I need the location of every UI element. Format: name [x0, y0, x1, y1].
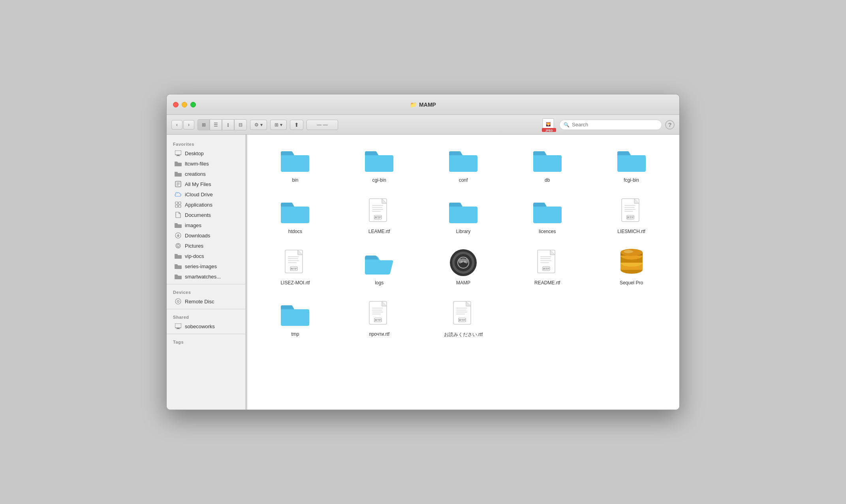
svg-rect-92	[372, 310, 382, 310]
file-label-leame: LEAME.rtf	[368, 229, 390, 234]
favorites-label: Favorites	[167, 139, 245, 148]
svg-rect-75	[540, 260, 551, 261]
sidebar-item-creations[interactable]: creations	[168, 169, 244, 179]
file-item-sequel-pro[interactable]: Sequel Pro	[591, 245, 671, 289]
file-item-oyomikudasai[interactable]: RTF お読みください.rtf	[423, 297, 504, 341]
sidebar-item-applications[interactable]: Applications	[168, 199, 244, 210]
sidebar-item-desktop[interactable]: Desktop	[168, 148, 244, 158]
sidebar-item-ltcwm-files[interactable]: ltcwm-files	[168, 158, 244, 169]
svg-text:RTF: RTF	[543, 267, 549, 271]
view-cover-button[interactable]: ⊟	[235, 120, 246, 130]
file-label-logs: logs	[375, 280, 384, 286]
forward-button[interactable]: ›	[183, 120, 194, 130]
file-label-licences: licences	[539, 229, 556, 234]
view-icon-button[interactable]: ⊞	[198, 120, 210, 130]
arrange-button[interactable]: ⊞ ▾	[270, 120, 287, 130]
sidebar-item-downloads[interactable]: Downloads	[168, 230, 244, 241]
svg-text:RTF: RTF	[291, 267, 297, 271]
sidebar-item-sobecoworks[interactable]: sobecoworks	[168, 321, 244, 331]
file-item-logs[interactable]: logs	[339, 245, 419, 289]
sidebar-item-pictures[interactable]: Pictures	[168, 241, 244, 251]
sidebar-item-images[interactable]: images	[168, 220, 244, 230]
file-item-conf[interactable]: conf	[423, 143, 504, 186]
path-button[interactable]: — —	[306, 120, 338, 130]
help-button[interactable]: ?	[665, 120, 675, 130]
grid-icon: ⊞	[202, 122, 206, 128]
applications-icon	[175, 201, 182, 208]
view-column-button[interactable]: ⫿	[222, 120, 234, 130]
view-buttons: ⊞ ☰ ⫿ ⊟	[197, 119, 247, 130]
main-content: Favorites Desktop ltcwm-files	[167, 135, 679, 410]
file-item-readme[interactable]: RTF README.rtf	[507, 245, 587, 289]
file-label-sequel-pro: Sequel Pro	[620, 280, 643, 286]
svg-rect-93	[372, 312, 383, 312]
folder-icon-vip	[175, 252, 182, 260]
sidebar-item-remote-disc[interactable]: Remote Disc	[168, 296, 244, 307]
share-button[interactable]: ⬆	[290, 120, 303, 130]
sidebar-divider-1	[167, 284, 245, 284]
file-label-cgi-bin: cgi-bin	[372, 177, 386, 183]
file-item-htdocs[interactable]: htdocs	[255, 194, 335, 237]
file-item-tmp[interactable]: tmp	[255, 297, 335, 341]
svg-rect-41	[624, 205, 635, 206]
sidebar-item-label-vip-docs: vip-docs	[185, 253, 204, 259]
search-input[interactable]	[572, 122, 658, 128]
close-button[interactable]	[173, 102, 179, 107]
sidebar-item-icloud[interactable]: iCloud Drive	[168, 189, 244, 199]
file-item-lisez-moi[interactable]: RTF LISEZ-MOI.rtf	[255, 245, 335, 289]
file-item-liesmich-rtf[interactable]: RTF LIESMICH.rtf	[591, 194, 671, 237]
desktop-icon	[175, 150, 182, 157]
sidebar-item-all-my-files[interactable]: All My Files	[168, 179, 244, 189]
svg-text:JPEG: JPEG	[545, 129, 553, 132]
file-label-library: Library	[456, 229, 471, 234]
action-button[interactable]: ⚙ ▾	[250, 120, 267, 130]
sidebar-item-vip-docs[interactable]: vip-docs	[168, 251, 244, 261]
arrange-icon: ⊞	[274, 122, 278, 128]
folder-icon-title: 📁	[410, 102, 417, 108]
folder-icon-logs	[363, 248, 395, 277]
file-item-mamp[interactable]: MAMP	[423, 245, 504, 289]
file-area: bin cgi-bin	[247, 135, 679, 410]
file-item-licences[interactable]: licences	[507, 194, 587, 237]
folder-icon-fcgi-bin	[616, 146, 647, 174]
sidebar-item-smartwatches[interactable]: smartwatches...	[168, 271, 244, 282]
maximize-button[interactable]	[190, 102, 196, 107]
file-label-fcgi-bin: fcgi-bin	[624, 177, 639, 183]
search-box[interactable]: 🔍	[559, 120, 662, 130]
svg-point-64	[465, 259, 468, 263]
svg-point-23	[177, 301, 179, 303]
file-item-bin[interactable]: bin	[255, 143, 335, 186]
svg-point-22	[175, 299, 181, 304]
svg-rect-104	[456, 314, 465, 314]
coverflow-icon: ⊟	[239, 122, 243, 128]
rtf-icon-liesmich: RTF	[616, 197, 647, 226]
minimize-button[interactable]	[182, 102, 187, 107]
svg-text:RTF: RTF	[627, 216, 634, 219]
file-item-cgi-bin[interactable]: cgi-bin	[339, 143, 419, 186]
svg-rect-33	[372, 209, 383, 210]
titlebar: 📁 MAMP	[167, 94, 679, 115]
folder-icon-tmp	[279, 300, 311, 328]
view-list-button[interactable]: ☰	[210, 120, 222, 130]
folder-icon-licences	[532, 197, 563, 226]
file-item-library[interactable]: Library	[423, 194, 504, 237]
svg-rect-32	[372, 207, 382, 208]
sidebar-item-series-images[interactable]: series-images	[168, 261, 244, 271]
list-icon: ☰	[214, 122, 218, 128]
search-icon: 🔍	[564, 122, 570, 128]
file-item-leame-rtf[interactable]: RTF LEAME.rtf	[339, 194, 419, 237]
folder-icon-bin	[279, 146, 311, 174]
back-button[interactable]: ‹	[171, 120, 182, 130]
jpeg-icon[interactable]: JPEG 🌄	[542, 118, 556, 132]
file-item-fcgi-bin[interactable]: fcgi-bin	[591, 143, 671, 186]
svg-rect-14	[175, 205, 178, 207]
file-grid: bin cgi-bin	[255, 143, 671, 341]
file-item-db[interactable]: db	[507, 143, 587, 186]
sidebar: Favorites Desktop ltcwm-files	[167, 135, 246, 410]
disc-icon	[175, 298, 182, 305]
file-label-prochti: прочти.rtf	[369, 331, 389, 337]
file-item-prochti[interactable]: RTF прочти.rtf	[339, 297, 419, 341]
sidebar-item-documents[interactable]: Documents	[168, 210, 244, 220]
svg-rect-44	[624, 211, 633, 212]
svg-point-63	[459, 259, 462, 263]
